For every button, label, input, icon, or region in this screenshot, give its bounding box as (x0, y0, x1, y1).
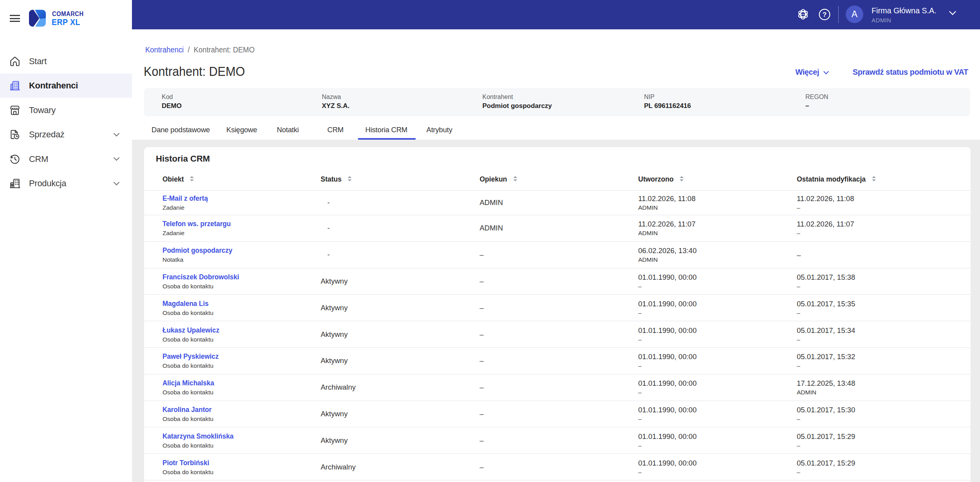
svg-text:?: ? (823, 11, 827, 18)
